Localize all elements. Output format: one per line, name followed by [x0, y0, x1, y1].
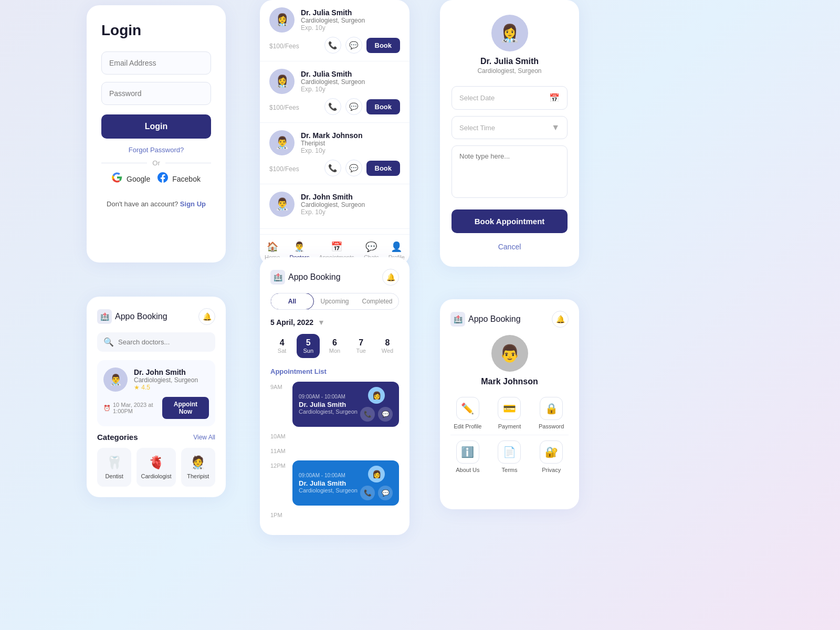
- table-row: 👨‍⚕️ Dr. Mark Johnson Theripist Exp. 10y…: [260, 123, 410, 184]
- appo-logo-icon-2: 🏥: [270, 270, 285, 285]
- appointment-block-dark[interactable]: 09:00AM - 10:00AM Dr. Julia Smith Cardio…: [292, 382, 399, 427]
- phone-icon[interactable]: 📞: [324, 160, 341, 176]
- date-nav: 5 April, 2022 ▼: [270, 318, 399, 327]
- select-time-field[interactable]: Select Time ▼: [452, 116, 568, 139]
- login-card: Login Login Forgot Password? Or Google F…: [87, 5, 226, 262]
- edit-profile-label: Edit Profile: [454, 423, 481, 429]
- category-items: 🦷 Dentist 🫀 Cardiologist 🧑‍⚕️ Theripist: [97, 448, 215, 487]
- chat-icon[interactable]: 💬: [345, 37, 362, 54]
- tab-all[interactable]: All: [270, 293, 314, 310]
- doctor-name: Dr. John Smith: [134, 368, 198, 376]
- doctor-spec: Cardiologiest, Surgeon: [134, 376, 198, 384]
- book-appointment-button[interactable]: Book Appointment: [452, 209, 568, 233]
- cancel-button[interactable]: Cancel: [452, 238, 568, 255]
- doctor-avatar: 👩‍⚕️: [269, 7, 295, 33]
- email-field[interactable]: [101, 51, 211, 75]
- notification-bell-2[interactable]: 🔔: [382, 269, 399, 286]
- time-label-11am: 11AM: [270, 446, 287, 454]
- about-us-icon: ℹ️: [456, 440, 479, 464]
- home-icon: 🏠: [267, 241, 278, 253]
- tab-completed[interactable]: Completed: [356, 293, 398, 309]
- profile-menu-grid-2: ℹ️ About Us 📄 Terms 🔐 Privacy: [450, 440, 569, 473]
- book-button[interactable]: Book: [366, 161, 401, 176]
- note-textarea[interactable]: [452, 145, 568, 198]
- password-label: Password: [539, 423, 564, 429]
- book-appointment-card: 👩‍⚕️ Dr. Julia Smith Cardiologiest, Surg…: [440, 0, 579, 267]
- date-arrow-down[interactable]: ▼: [318, 318, 325, 327]
- chat-icon[interactable]: 💬: [345, 98, 362, 115]
- menu-password[interactable]: 🔒 Password: [534, 397, 569, 429]
- menu-terms[interactable]: 📄 Terms: [492, 440, 527, 473]
- notification-bell-3[interactable]: 🔔: [552, 311, 569, 328]
- cardiologist-label: Cardiologist: [141, 473, 171, 479]
- payment-icon: 💳: [498, 397, 521, 420]
- dentist-icon: 🦷: [107, 455, 122, 470]
- appt-phone-icon-2[interactable]: 📞: [360, 486, 375, 500]
- doctor-stars: ★ 4.5: [134, 384, 198, 391]
- appo-logo-icon: 🏥: [97, 309, 112, 324]
- appoint-now-button[interactable]: Appoint Now: [162, 397, 209, 419]
- menu-privacy[interactable]: 🔐 Privacy: [534, 440, 569, 473]
- appo-logo: 🏥 Appo Booking: [97, 309, 167, 324]
- appo-logo-text: Appo Booking: [115, 312, 167, 321]
- category-dentist[interactable]: 🦷 Dentist: [97, 448, 131, 487]
- menu-about-us[interactable]: ℹ️ About Us: [450, 440, 485, 473]
- appo-logo-text-2: Appo Booking: [288, 272, 341, 282]
- doctor-exp: Exp. 10y: [301, 86, 365, 93]
- select-time-label: Select Time: [459, 124, 495, 132]
- cal-day-sat[interactable]: 4 Sat: [270, 334, 293, 358]
- profile-card: 🏥 Appo Booking 🔔 👨 Mark Johnson ✏️ Edit …: [440, 299, 579, 509]
- menu-edit-profile[interactable]: ✏️ Edit Profile: [450, 397, 485, 429]
- cardiologist-icon: 🫀: [149, 455, 164, 470]
- view-all-link[interactable]: View All: [193, 434, 215, 441]
- appointment-block-blue[interactable]: 09:00AM - 10:00AM Dr. Julia Smith Cardio…: [292, 460, 399, 506]
- search-row: 🔍: [97, 332, 215, 352]
- profile-name: Mark Johnson: [481, 377, 538, 386]
- time-label-1pm: 1PM: [270, 510, 287, 518]
- time-slot-10am: 10AM: [270, 431, 399, 442]
- appt-chat-icon[interactable]: 💬: [378, 407, 393, 422]
- book-button[interactable]: Book: [366, 99, 401, 114]
- notification-bell[interactable]: 🔔: [198, 308, 215, 325]
- facebook-icon: [158, 172, 168, 185]
- login-button[interactable]: Login: [101, 114, 211, 139]
- appt-doctor-spec: Cardiologiest, Surgeon: [299, 408, 358, 415]
- book-button[interactable]: Book: [366, 38, 401, 53]
- doctor-exp: Exp. 10y: [301, 24, 365, 32]
- signup-link[interactable]: Sign Up: [180, 200, 206, 208]
- forgot-password-link[interactable]: Forgot Password?: [101, 146, 211, 154]
- select-date-field[interactable]: Select Date 📅: [452, 86, 568, 110]
- menu-payment[interactable]: 💳 Payment: [492, 397, 527, 429]
- facebook-label: Facebok: [172, 175, 201, 183]
- profile-avatar: 👨: [491, 335, 528, 372]
- phone-icon[interactable]: 📞: [324, 98, 341, 115]
- appt-list-title: Appointment List: [270, 368, 399, 375]
- doctors-list-card: 👩‍⚕️ Dr. Julia Smith Cardiologiest, Surg…: [260, 0, 410, 266]
- category-cardiologist[interactable]: 🫀 Cardiologist: [136, 448, 175, 487]
- password-icon: 🔒: [540, 397, 563, 420]
- doctor-name: Dr. Julia Smith: [301, 70, 365, 78]
- google-icon: [112, 172, 122, 185]
- clock-icon: ⏰: [103, 405, 111, 412]
- cal-day-mon[interactable]: 6 Mon: [323, 334, 346, 358]
- cal-day-wed[interactable]: 8 Wed: [376, 334, 399, 358]
- time-label-10am: 10AM: [270, 431, 287, 439]
- appt-chat-icon-2[interactable]: 💬: [378, 486, 393, 500]
- calendar-row: 4 Sat 5 Sun 6 Mon 7 Tue 8 Wed: [270, 334, 399, 358]
- phone-icon[interactable]: 📞: [324, 37, 341, 54]
- category-theripist[interactable]: 🧑‍⚕️ Theripist: [181, 448, 215, 487]
- google-login-btn[interactable]: Google: [112, 172, 150, 185]
- doctor-fee: $100/Fees: [269, 102, 299, 111]
- tab-upcoming[interactable]: Upcoming: [313, 293, 356, 309]
- search-input[interactable]: [118, 338, 209, 346]
- chat-icon[interactable]: 💬: [345, 160, 362, 176]
- search-icon: 🔍: [103, 337, 114, 347]
- cal-day-sun[interactable]: 5 Sun: [297, 334, 320, 358]
- time-slot-9am: 9AM 09:00AM - 10:00AM Dr. Julia Smith Ca…: [270, 382, 399, 427]
- facebook-login-btn[interactable]: Facebok: [158, 172, 201, 185]
- appt-phone-icon[interactable]: 📞: [360, 407, 375, 422]
- password-field[interactable]: [101, 82, 211, 105]
- doctor-fee: $100/Fees: [269, 41, 299, 50]
- appo-logo-text-3: Appo Booking: [468, 314, 521, 324]
- cal-day-tue[interactable]: 7 Tue: [350, 334, 373, 358]
